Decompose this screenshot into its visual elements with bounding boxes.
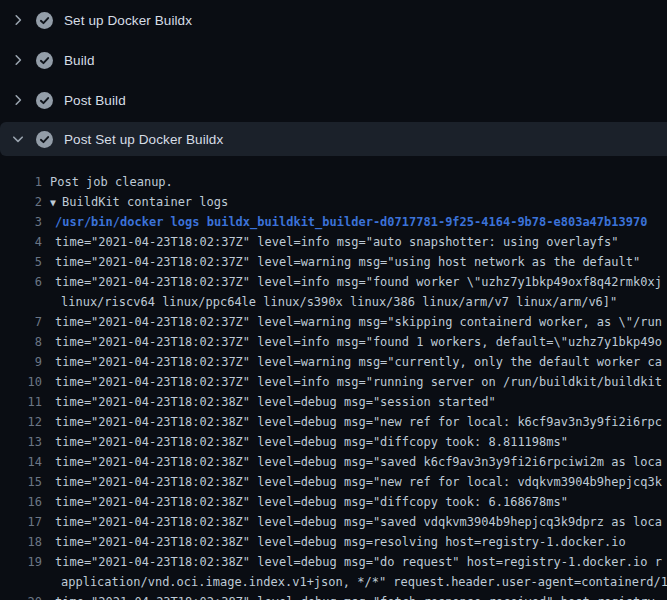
step-row-post-set-up-docker-buildx[interactable]: Post Set up Docker Buildx [0, 122, 667, 156]
log-text: time="2021-04-23T18:02:38Z" level=debug … [55, 472, 662, 492]
log-text: time="2021-04-23T18:02:37Z" level=info m… [55, 332, 662, 352]
log-row: 13time="2021-04-23T18:02:38Z" level=debu… [0, 432, 667, 452]
line-number[interactable]: 14 [0, 452, 42, 472]
line-number[interactable]: 3 [0, 212, 42, 232]
step-label: Build [64, 53, 95, 68]
line-number[interactable]: 5 [0, 252, 42, 272]
log-group-header-row[interactable]: 2▼BuildKit container logs [0, 192, 667, 212]
log-text: BuildKit container logs [62, 195, 228, 209]
log-text: time="2021-04-23T18:02:38Z" level=debug … [55, 392, 496, 412]
step-row-build[interactable]: Build [0, 40, 667, 80]
log-row: 8time="2021-04-23T18:02:37Z" level=info … [0, 332, 667, 352]
log-row: 17time="2021-04-23T18:02:38Z" level=debu… [0, 512, 667, 532]
log-row: 18time="2021-04-23T18:02:38Z" level=debu… [0, 532, 667, 552]
log-text: time="2021-04-23T18:02:38Z" level=debug … [55, 412, 662, 432]
log-row: 5time="2021-04-23T18:02:37Z" level=warni… [0, 252, 667, 272]
line-number[interactable]: 16 [0, 492, 42, 512]
chevron-right-icon[interactable] [10, 52, 26, 68]
line-number[interactable]: 6 [0, 272, 42, 292]
chevron-right-icon[interactable] [10, 12, 26, 28]
log-text: time="2021-04-23T18:02:37Z" level=info m… [55, 272, 662, 292]
step-row-post-build[interactable]: Post Build [0, 80, 667, 120]
log-command-text: /usr/bin/docker logs buildx_buildkit_bui… [55, 212, 647, 232]
log-row: 15time="2021-04-23T18:02:38Z" level=debu… [0, 472, 667, 492]
line-number [0, 572, 42, 592]
step-row-set-up-docker-buildx[interactable]: Set up Docker Buildx [0, 0, 667, 40]
actions-log-panel: Set up Docker BuildxBuildPost BuildPost … [0, 0, 667, 600]
log-command-row: 3/usr/bin/docker logs buildx_buildkit_bu… [0, 212, 667, 232]
log-row: 11time="2021-04-23T18:02:38Z" level=debu… [0, 392, 667, 412]
log-row: 1Post job cleanup. [0, 172, 667, 192]
log-text: time="2021-04-23T18:02:38Z" level=debug … [55, 532, 626, 552]
line-number[interactable]: 17 [0, 512, 42, 532]
log-text: time="2021-04-23T18:02:38Z" level=debug … [55, 552, 662, 572]
steps-list: Set up Docker BuildxBuildPost BuildPost … [0, 0, 667, 156]
log-row: application/vnd.oci.image.index.v1+json,… [0, 572, 667, 592]
check-circle-icon [36, 52, 53, 69]
line-number[interactable]: 2 [0, 192, 42, 212]
log-row: 14time="2021-04-23T18:02:38Z" level=debu… [0, 452, 667, 472]
chevron-right-icon[interactable] [10, 92, 26, 108]
log-row: 6time="2021-04-23T18:02:37Z" level=info … [0, 272, 667, 292]
log-text: time="2021-04-23T18:02:37Z" level=warnin… [55, 352, 662, 372]
collapse-triangle-icon[interactable]: ▼ [50, 197, 56, 208]
log-text: time="2021-04-23T18:02:37Z" level=info m… [55, 372, 662, 392]
log-row: 4time="2021-04-23T18:02:37Z" level=info … [0, 232, 667, 252]
step-label: Post Build [64, 93, 126, 108]
log-text: time="2021-04-23T18:02:38Z" level=debug … [55, 452, 662, 472]
chevron-down-icon[interactable] [10, 131, 26, 147]
line-number [0, 292, 42, 312]
log-row: 7time="2021-04-23T18:02:37Z" level=warni… [0, 312, 667, 332]
log-text: time="2021-04-23T18:02:38Z" level=debug … [55, 592, 662, 600]
log-row: 20time="2021-04-23T18:02:38Z" level=debu… [0, 592, 667, 600]
check-circle-icon [36, 12, 53, 29]
log-row: 12time="2021-04-23T18:02:38Z" level=debu… [0, 412, 667, 432]
log-text: time="2021-04-23T18:02:37Z" level=info m… [55, 232, 619, 252]
log-row: 16time="2021-04-23T18:02:38Z" level=debu… [0, 492, 667, 512]
line-number[interactable]: 11 [0, 392, 42, 412]
log-text: linux/riscv64 linux/ppc64le linux/s390x … [61, 292, 617, 312]
log-text: time="2021-04-23T18:02:38Z" level=debug … [55, 492, 568, 512]
step-label: Set up Docker Buildx [64, 13, 192, 28]
check-circle-icon [36, 131, 53, 148]
line-number[interactable]: 13 [0, 432, 42, 452]
log-row: linux/riscv64 linux/ppc64le linux/s390x … [0, 292, 667, 312]
line-number[interactable]: 20 [0, 592, 42, 600]
log-text: Post job cleanup. [50, 172, 173, 192]
line-number[interactable]: 18 [0, 532, 42, 552]
log-text: time="2021-04-23T18:02:37Z" level=warnin… [55, 312, 662, 332]
log-row: 10time="2021-04-23T18:02:37Z" level=info… [0, 372, 667, 392]
log-row: 9time="2021-04-23T18:02:37Z" level=warni… [0, 352, 667, 372]
log-row: 19time="2021-04-23T18:02:38Z" level=debu… [0, 552, 667, 572]
step-label: Post Set up Docker Buildx [64, 132, 223, 147]
line-number[interactable]: 9 [0, 352, 42, 372]
line-number[interactable]: 19 [0, 552, 42, 572]
line-number[interactable]: 10 [0, 372, 42, 392]
line-number[interactable]: 7 [0, 312, 42, 332]
line-number[interactable]: 12 [0, 412, 42, 432]
check-circle-icon [36, 92, 53, 109]
line-number[interactable]: 4 [0, 232, 42, 252]
log-text: time="2021-04-23T18:02:37Z" level=warnin… [55, 252, 640, 272]
line-number[interactable]: 1 [0, 172, 42, 192]
log-text: time="2021-04-23T18:02:38Z" level=debug … [55, 512, 662, 532]
log-text: application/vnd.oci.image.index.v1+json,… [61, 572, 667, 592]
line-number[interactable]: 15 [0, 472, 42, 492]
log-output: 1Post job cleanup.2▼BuildKit container l… [0, 156, 667, 600]
line-number[interactable]: 8 [0, 332, 42, 352]
log-text: time="2021-04-23T18:02:38Z" level=debug … [55, 432, 568, 452]
